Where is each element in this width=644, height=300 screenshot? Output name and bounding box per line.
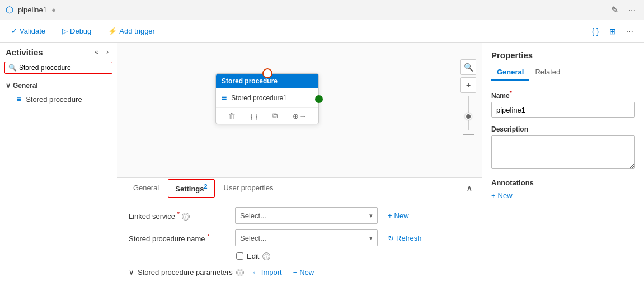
bottom-panel-tabs: General Settings2 User properties ∧ <box>117 178 482 199</box>
properties-body: Name* Description Annotations + New <box>482 81 644 300</box>
more-toolbar-btn[interactable]: ··· <box>623 25 636 38</box>
top-bar-left: ⬡ pipeline1 ● <box>6 4 56 15</box>
debug-button[interactable]: ▷ Debug <box>59 25 95 38</box>
toolbar-right: { } ⊞ ··· <box>589 25 636 38</box>
linked-service-row: Linked service * ⓘ Select... ▾ + New <box>129 207 471 224</box>
stored-proc-dropdown[interactable]: Select... ▾ <box>235 229 378 246</box>
properties-header: Properties <box>482 43 644 64</box>
tab-user-properties[interactable]: User properties <box>217 180 280 196</box>
canvas[interactable]: Stored procedure ≡ Stored procedure1 🗑 {… <box>117 43 482 177</box>
params-label: Stored procedure parameters <box>138 268 233 276</box>
chevron-down-icon: ∨ <box>6 82 11 90</box>
edit-icon-btn[interactable]: ✎ <box>608 3 621 16</box>
canvas-tools: 🔍 + <box>460 59 476 137</box>
stored-procedure-icon: ≡ <box>17 95 21 104</box>
sidebar-header-icons: « › <box>92 47 111 57</box>
grid-view-btn[interactable]: ⊞ <box>607 26 619 37</box>
node-circle-top <box>262 68 272 78</box>
node-code-btn[interactable]: { } <box>248 111 260 121</box>
activity-node: Stored procedure ≡ Stored procedure1 🗑 {… <box>215 73 319 124</box>
linked-service-info-icon[interactable]: ⓘ <box>182 213 190 221</box>
unsaved-dot: ● <box>51 6 56 14</box>
properties-panel: Properties General Related Name* Descrip… <box>482 43 644 300</box>
sidebar-item-stored-procedure[interactable]: ≡ Stored procedure ⋮⋮ <box>6 92 111 106</box>
sidebar-item-label: Stored procedure <box>26 95 82 104</box>
name-field: Name* <box>491 90 635 118</box>
tab-settings[interactable]: Settings2 <box>168 179 214 197</box>
main-layout: Activities « › 🔍 ∨ General ≡ Stored proc… <box>0 43 644 300</box>
edit-checkbox-row: Edit ⓘ <box>236 252 471 260</box>
toolbar-left: ✓ Validate ▷ Debug ⚡ Add trigger <box>8 25 158 38</box>
sidebar: Activities « › 🔍 ∨ General ≡ Stored proc… <box>0 43 117 300</box>
new-param-button[interactable]: + New <box>289 266 319 279</box>
collapse-btn[interactable]: « <box>92 47 101 57</box>
chevron-down2-icon: ∨ <box>129 268 134 276</box>
dropdown-caret2-icon: ▾ <box>369 235 373 242</box>
search-icon: 🔍 <box>8 64 17 72</box>
tabs-left: General Settings2 User properties <box>126 179 280 197</box>
refresh-icon: ↻ <box>388 234 394 242</box>
center-area: Stored procedure ≡ Stored procedure1 🗑 {… <box>117 43 482 300</box>
name-label: Name* <box>491 90 635 100</box>
edit-info-icon[interactable]: ⓘ <box>262 252 270 260</box>
bottom-panel-collapse-btn[interactable]: ∧ <box>466 183 473 194</box>
sidebar-general-section: ∨ General ≡ Stored procedure ⋮⋮ <box>0 77 117 109</box>
search-box: 🔍 <box>4 62 112 74</box>
expand-btn[interactable]: › <box>104 47 111 57</box>
description-label: Description <box>491 125 635 133</box>
edit-checkbox[interactable] <box>236 252 243 260</box>
prop-tab-related[interactable]: Related <box>529 64 566 81</box>
top-bar-right: ✎ ··· <box>608 3 638 16</box>
annotations-field: Annotations + New <box>491 179 635 200</box>
add-trigger-button[interactable]: ⚡ Add trigger <box>105 25 158 38</box>
plus2-icon: + <box>293 268 298 276</box>
zoom-search-btn[interactable]: 🔍 <box>460 59 476 75</box>
stored-proc-row: Stored procedure name * Select... ▾ ↻ Re… <box>129 229 471 246</box>
params-info-icon[interactable]: ⓘ <box>236 269 244 276</box>
description-textarea[interactable] <box>491 135 635 169</box>
top-bar: ⬡ pipeline1 ● ✎ ··· <box>0 0 644 20</box>
code-view-btn[interactable]: { } <box>589 26 601 37</box>
drag-handle-icon: ⋮⋮ <box>93 96 106 103</box>
node-circle-right <box>315 95 323 103</box>
dropdown-caret-icon: ▾ <box>369 212 373 219</box>
activity-node-title: Stored procedure <box>222 77 278 85</box>
zoom-slider[interactable] <box>460 95 476 131</box>
toolbar: ✓ Validate ▷ Debug ⚡ Add trigger { } ⊞ ·… <box>0 20 644 43</box>
activity-node-icon: ≡ <box>222 93 227 103</box>
params-section-header: ∨ Stored procedure parameters ⓘ ← Import… <box>129 266 471 279</box>
activities-title: Activities <box>6 48 43 57</box>
bottom-panel: General Settings2 User properties ∧ Link… <box>117 177 482 300</box>
zoom-separator <box>463 134 474 135</box>
activity-node-name: Stored procedure1 <box>231 94 286 102</box>
pipeline-title: pipeline1 <box>18 6 47 14</box>
node-connect-btn[interactable]: ⊕→ <box>290 111 308 121</box>
node-delete-btn[interactable]: 🗑 <box>226 111 238 121</box>
stored-proc-label: Stored procedure name * <box>129 233 229 243</box>
tab-general[interactable]: General <box>126 180 166 196</box>
bottom-panel-content: Linked service * ⓘ Select... ▾ + New <box>117 199 482 300</box>
prop-tab-general[interactable]: General <box>491 64 529 81</box>
properties-tabs: General Related <box>482 64 644 81</box>
annotations-label: Annotations <box>491 179 635 187</box>
more-icon-btn[interactable]: ··· <box>626 4 638 16</box>
plus3-icon: + <box>491 191 496 200</box>
plus-icon: + <box>388 212 392 220</box>
refresh-button[interactable]: ↻ Refresh <box>383 232 426 245</box>
debug-icon: ▷ <box>62 27 68 35</box>
validate-button[interactable]: ✓ Validate <box>8 25 49 38</box>
search-input[interactable] <box>19 64 109 72</box>
linked-service-dropdown[interactable]: Select... ▾ <box>235 207 378 224</box>
node-copy-btn[interactable]: ⧉ <box>270 110 280 121</box>
edit-label: Edit <box>247 252 259 260</box>
description-field: Description <box>491 125 635 171</box>
import-button[interactable]: ← Import <box>252 268 282 276</box>
section-actions: ← Import + New <box>252 266 318 279</box>
sidebar-section-header[interactable]: ∨ General <box>6 79 111 92</box>
linked-service-label: Linked service * ⓘ <box>129 210 229 221</box>
new-annotation-btn[interactable]: + New <box>491 191 513 200</box>
activity-node-footer: 🗑 { } ⧉ ⊕→ <box>216 107 318 124</box>
zoom-plus-btn[interactable]: + <box>460 77 476 93</box>
name-input[interactable] <box>491 102 635 118</box>
linked-service-new-btn[interactable]: + New <box>383 209 413 222</box>
